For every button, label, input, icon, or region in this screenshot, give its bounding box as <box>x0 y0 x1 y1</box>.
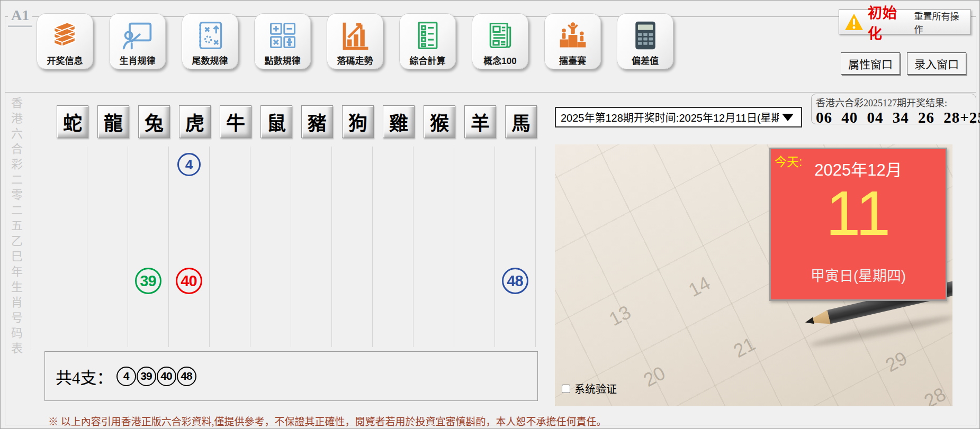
disclaimer-text: ※ 以上內容引用香港正版六合彩資料,僅提供參考，不保證其正確性，閱覽者若用於投資… <box>48 414 607 428</box>
left-vertical-caption: 香港六合彩二零二五乙巳年生肖号码表 <box>7 97 23 358</box>
toolbar-button-tail-rules[interactable]: 尾数规律 <box>182 13 238 69</box>
toolbar-button-label: 生肖规律 <box>120 53 156 67</box>
period-dropdown[interactable]: 2025年第128期开奖时间:2025年12月11日(星期四) <box>555 107 802 127</box>
zodiac-button-horse[interactable]: 馬 <box>505 105 537 138</box>
calendar-faint-number: 20 <box>640 362 669 391</box>
calendar-faint-number: 29 <box>882 347 911 377</box>
zodiac-button-goat[interactable]: 羊 <box>464 105 496 138</box>
zodiac-button-dog[interactable]: 狗 <box>342 105 374 138</box>
zodiac-button-rabbit[interactable]: 兔 <box>138 105 170 138</box>
zodiac-button-ox[interactable]: 牛 <box>220 105 251 138</box>
zodiac-button-tiger[interactable]: 虎 <box>179 105 211 138</box>
grid-mark-3: 48 <box>502 268 528 294</box>
toolbar-button-label: 落碼走勢 <box>337 53 373 67</box>
books-icon <box>48 19 82 52</box>
latest-result-title: 香港六合彩2025127期开奖结果: <box>816 95 972 109</box>
chevron-down-icon <box>782 114 794 121</box>
toolbar-button-lottery-info[interactable]: 开奖信息 <box>37 13 93 69</box>
toolbar-button-zodiac-rules[interactable]: 生肖规律 <box>109 13 166 69</box>
toolbar-button-concept-100[interactable]: 概念100 <box>472 13 528 69</box>
calendar-day: 11 <box>771 182 946 244</box>
grid-mark-0: 4 <box>177 153 201 176</box>
summary-box: 共4支： 4 39 40 48 <box>44 351 538 401</box>
app-window: A1 开奖信息 <box>0 0 980 429</box>
newspaper-icon <box>483 19 517 52</box>
toolbar-button-trend[interactable]: 落碼走勢 <box>327 13 383 69</box>
frame-caption: A1 <box>8 7 32 27</box>
calendar-faint-number: 14 <box>685 272 714 302</box>
toolbar-button-label: 擂臺賽 <box>559 53 586 67</box>
today-calendar-card: 今天: 2025年12月 11 甲寅日(星期四) <box>769 148 947 301</box>
bar-chart-icon <box>338 19 372 52</box>
summary-label: 共4支： <box>56 364 113 388</box>
calendar-faint-number: 13 <box>605 301 634 331</box>
math-operations-icon <box>266 19 300 52</box>
calculator-icon <box>628 19 662 52</box>
system-verify-label: 系统验证 <box>574 381 617 396</box>
initialize-label: 初始化 <box>868 2 910 43</box>
initialize-button[interactable]: 初始化 重置所有操作 <box>839 10 971 34</box>
zodiac-button-snake[interactable]: 蛇 <box>57 105 88 138</box>
toolbar-button-comprehensive-calc[interactable]: 綜合計算 <box>399 13 456 69</box>
toolbar-button-points-rules[interactable]: 點數規律 <box>254 13 311 69</box>
grid-mark-1: 39 <box>135 268 161 294</box>
toolbar: 开奖信息 生肖规律 <box>37 13 673 69</box>
toolbar-button-label: 偏差值 <box>632 53 659 67</box>
person-whiteboard-icon <box>121 19 155 52</box>
toolbar-button-arena[interactable]: 擂臺賽 <box>544 13 601 69</box>
calendar-faint-number: 28 <box>920 383 949 406</box>
zodiac-button-rat[interactable]: 鼠 <box>260 105 292 138</box>
podium-icon <box>556 19 590 52</box>
zodiac-button-dragon[interactable]: 龍 <box>97 105 129 138</box>
toolbar-button-label: 尾数规律 <box>192 53 228 67</box>
toolbar-button-label: 概念100 <box>483 53 516 67</box>
calendar-photo-panel: 13201421232928 今天: 2025年12月 11 甲寅日(星期四) … <box>555 144 952 406</box>
calendar-faint-number: 21 <box>730 333 759 362</box>
summary-number: 4 <box>116 367 136 386</box>
system-verify-checkbox[interactable] <box>562 385 570 393</box>
calendar-month: 2025年12月 <box>771 157 946 180</box>
summary-number: 39 <box>137 367 156 386</box>
system-verify-row: 系统验证 <box>562 381 617 396</box>
zodiac-button-pig[interactable]: 豬 <box>301 105 333 138</box>
toolbar-button-deviation[interactable]: 偏差值 <box>617 13 673 69</box>
zodiac-row: 蛇 龍 兔 虎 牛 鼠 豬 狗 雞 猴 羊 馬 <box>57 105 537 138</box>
zodiac-number-grid <box>47 147 536 347</box>
toolbar-button-label: 點數規律 <box>265 53 301 67</box>
grid-mark-2: 40 <box>176 268 202 294</box>
content-left-border <box>31 131 31 350</box>
latest-result-box: 香港六合彩2025127期开奖结果: 06 40 04 34 26 28+25 <box>811 94 976 124</box>
latest-result-numbers: 06 40 04 34 26 28+25 <box>816 109 972 126</box>
toolbar-separator <box>5 92 976 93</box>
initialize-sublabel: 重置所有操作 <box>914 9 965 35</box>
summary-number: 40 <box>157 367 176 386</box>
summary-number: 48 <box>177 367 196 386</box>
warning-icon <box>844 13 864 31</box>
checklist-icon <box>411 19 445 52</box>
toolbar-button-label: 开奖信息 <box>47 53 83 67</box>
strategy-icon <box>193 19 227 52</box>
zodiac-button-rooster[interactable]: 雞 <box>383 105 415 138</box>
calendar-day-info: 甲寅日(星期四) <box>771 264 946 285</box>
zodiac-button-monkey[interactable]: 猴 <box>424 105 455 138</box>
property-window-button[interactable]: 属性窗口 <box>841 52 900 75</box>
entry-window-button[interactable]: 录入窗口 <box>907 52 966 75</box>
toolbar-button-label: 綜合計算 <box>410 53 446 67</box>
period-dropdown-value: 2025年第128期开奖时间:2025年12月11日(星期四) <box>556 109 779 125</box>
